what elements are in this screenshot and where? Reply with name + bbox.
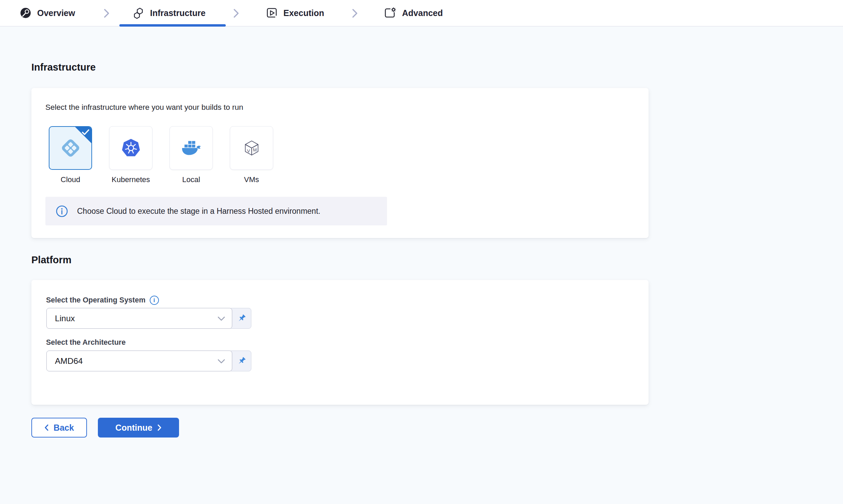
os-select-value: Linux bbox=[55, 314, 75, 323]
option-vms: V M VMs bbox=[230, 126, 273, 184]
arch-field-label-text: Select the Architecture bbox=[46, 338, 125, 347]
infrastructure-options: Cloud Kuber bbox=[49, 126, 273, 184]
pin-icon bbox=[236, 356, 247, 367]
svg-text:V: V bbox=[247, 148, 250, 153]
advanced-icon bbox=[384, 7, 397, 19]
option-local: Local bbox=[169, 126, 213, 184]
option-kubernetes-tile[interactable] bbox=[109, 126, 152, 170]
option-local-tile[interactable] bbox=[169, 126, 213, 170]
continue-button[interactable]: Continue bbox=[98, 418, 179, 438]
docker-icon bbox=[180, 139, 202, 157]
option-kubernetes-label: Kubernetes bbox=[112, 175, 150, 184]
chevron-right-icon bbox=[157, 424, 162, 431]
infrastructure-card: Select the infrastructure where you want… bbox=[31, 88, 649, 238]
option-cloud-tile[interactable] bbox=[49, 126, 92, 170]
tab-execution[interactable]: Execution bbox=[266, 0, 324, 26]
info-icon bbox=[56, 205, 68, 218]
overview-icon bbox=[19, 7, 32, 19]
tab-advanced-label: Advanced bbox=[402, 8, 443, 18]
chevron-down-icon bbox=[218, 359, 225, 364]
continue-button-label: Continue bbox=[115, 423, 152, 433]
arch-select[interactable]: AMD64 bbox=[46, 351, 232, 371]
option-cloud: Cloud bbox=[49, 126, 92, 184]
pin-icon bbox=[236, 313, 247, 324]
footer-actions: Back Continue bbox=[31, 418, 179, 438]
option-kubernetes: Kubernetes bbox=[109, 126, 152, 184]
option-vms-label: VMs bbox=[244, 175, 259, 184]
arch-field-label: Select the Architecture bbox=[46, 338, 125, 347]
check-icon bbox=[82, 129, 89, 135]
tab-advanced[interactable]: Advanced bbox=[384, 0, 443, 26]
tab-overview[interactable]: Overview bbox=[19, 0, 75, 26]
option-vms-tile[interactable]: V M bbox=[230, 126, 273, 170]
svg-text:M: M bbox=[253, 147, 256, 152]
infrastructure-icon bbox=[132, 7, 145, 19]
os-select-group: Linux bbox=[46, 308, 251, 329]
tab-infrastructure-label: Infrastructure bbox=[150, 8, 206, 18]
chevron-left-icon bbox=[44, 424, 49, 431]
active-tab-underline bbox=[119, 24, 226, 27]
chevron-right-icon bbox=[103, 8, 110, 18]
execution-icon bbox=[266, 7, 278, 19]
os-field-label-text: Select the Operating System bbox=[46, 296, 146, 305]
tab-infrastructure[interactable]: Infrastructure bbox=[132, 0, 206, 26]
kubernetes-icon bbox=[120, 138, 142, 158]
tab-execution-label: Execution bbox=[283, 8, 324, 18]
back-button-label: Back bbox=[54, 423, 74, 433]
info-banner: Choose Cloud to execute the stage in a H… bbox=[45, 197, 387, 225]
vm-cube-icon: V M bbox=[242, 138, 262, 158]
wizard-tab-bar: Overview Infrastructure Execution bbox=[0, 0, 843, 27]
option-local-label: Local bbox=[182, 175, 200, 184]
platform-card: Select the Operating System i Linux Sele… bbox=[31, 280, 649, 405]
option-cloud-label: Cloud bbox=[61, 175, 80, 184]
arch-select-group: AMD64 bbox=[46, 351, 251, 371]
back-button[interactable]: Back bbox=[31, 418, 87, 438]
os-select[interactable]: Linux bbox=[46, 308, 232, 329]
os-info-icon[interactable]: i bbox=[150, 296, 159, 305]
chevron-down-icon bbox=[218, 316, 225, 321]
platform-section-title: Platform bbox=[31, 254, 72, 266]
tab-overview-label: Overview bbox=[37, 8, 75, 18]
chevron-right-icon bbox=[233, 8, 240, 18]
os-field-label: Select the Operating System i bbox=[46, 296, 159, 305]
chevron-right-icon bbox=[351, 8, 359, 18]
infrastructure-prompt: Select the infrastructure where you want… bbox=[45, 103, 243, 112]
infrastructure-section-title: Infrastructure bbox=[31, 62, 96, 73]
info-banner-text: Choose Cloud to execute the stage in a H… bbox=[77, 207, 320, 216]
arch-select-value: AMD64 bbox=[55, 356, 83, 366]
